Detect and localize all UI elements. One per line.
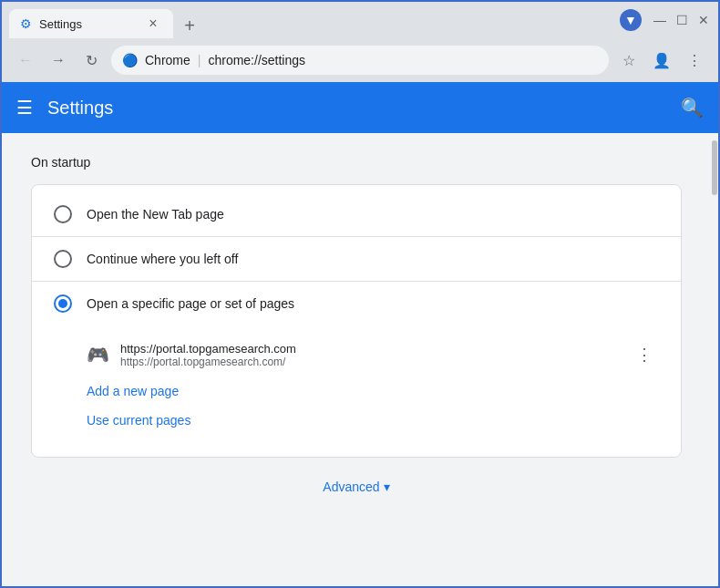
use-current-pages-button[interactable]: Use current pages xyxy=(87,406,190,435)
url-bar[interactable]: 🔵 Chrome | chrome://settings xyxy=(111,46,609,75)
address-bar: ← → ↻ 🔵 Chrome | chrome://settings ☆ 👤 ⋮ xyxy=(2,38,718,82)
option-continue-label: Continue where you left off xyxy=(87,252,238,266)
section-title: On startup xyxy=(31,155,682,170)
active-tab[interactable]: ⚙ Settings × xyxy=(9,9,173,38)
option-new-tab-label: Open the New Tab page xyxy=(87,207,224,222)
browser-window: ⚙ Settings × + ▼ — ☐ ✕ ← → ↻ 🔵 Chrome | … xyxy=(0,0,720,588)
option-specific-page[interactable]: Open a specific page or set of pages xyxy=(32,282,681,325)
close-button[interactable]: ✕ xyxy=(696,13,711,27)
site-name: Chrome xyxy=(145,53,190,67)
advanced-label: Advanced xyxy=(323,480,379,494)
add-new-page-button[interactable]: Add a new page xyxy=(87,377,179,406)
option-continue[interactable]: Continue where you left off xyxy=(32,237,681,281)
page-menu-button[interactable]: ⋮ xyxy=(630,340,659,369)
sub-items: 🎮 https://portal.topgamesearch.com https… xyxy=(32,325,681,449)
content-area: PC On startup Open the New Tab page Cont… xyxy=(2,133,711,586)
minimize-button[interactable]: — xyxy=(653,13,667,27)
search-icon[interactable]: 🔍 xyxy=(681,97,704,119)
option-new-tab[interactable]: Open the New Tab page xyxy=(32,192,681,236)
url-divider: | xyxy=(198,53,201,67)
tab-bar: ⚙ Settings × + xyxy=(9,2,620,38)
refresh-button[interactable]: ↻ xyxy=(78,47,104,73)
advanced-arrow-icon: ▾ xyxy=(384,480,390,494)
page-entry: 🎮 https://portal.topgamesearch.com https… xyxy=(87,333,659,377)
radio-continue[interactable] xyxy=(54,250,72,268)
menu-icon[interactable]: ☰ xyxy=(16,97,33,119)
more-options-button[interactable]: ⋮ xyxy=(682,47,707,73)
scrollbar[interactable] xyxy=(711,133,718,586)
radio-inner-dot xyxy=(58,299,67,308)
settings-header: ☰ Settings 🔍 xyxy=(2,82,718,133)
settings-header-title: Settings xyxy=(47,98,681,119)
startup-options-card: Open the New Tab page Continue where you… xyxy=(31,184,682,458)
tab-title: Settings xyxy=(39,17,137,31)
url-text: chrome://settings xyxy=(208,53,305,67)
new-tab-button[interactable]: + xyxy=(177,13,202,38)
title-bar: ⚙ Settings × + ▼ — ☐ ✕ xyxy=(2,2,718,38)
window-controls: — ☐ ✕ xyxy=(653,13,711,27)
gamepad-icon: 🎮 xyxy=(87,344,109,366)
page-url-sub: https://portal.topgamesearch.com/ xyxy=(120,356,619,368)
scrollbar-thumb[interactable] xyxy=(712,140,717,195)
site-favicon-icon: 🔵 xyxy=(122,53,138,67)
radio-specific-page[interactable] xyxy=(54,294,72,313)
profile-dropdown-button[interactable]: ▼ xyxy=(620,9,642,31)
page-info: https://portal.topgamesearch.com https:/… xyxy=(120,342,619,368)
page-url-main: https://portal.topgamesearch.com xyxy=(120,342,619,356)
option-specific-page-label: Open a specific page or set of pages xyxy=(87,296,294,311)
forward-button[interactable]: → xyxy=(46,47,71,73)
tab-favicon-icon: ⚙ xyxy=(20,16,32,31)
tab-close-button[interactable]: × xyxy=(144,15,162,33)
profile-button[interactable]: 👤 xyxy=(649,47,674,73)
advanced-section: Advanced ▾ xyxy=(31,458,682,516)
radio-new-tab[interactable] xyxy=(54,205,72,223)
back-button[interactable]: ← xyxy=(13,47,38,73)
bookmark-button[interactable]: ☆ xyxy=(616,47,642,73)
settings-content: PC On startup Open the New Tab page Cont… xyxy=(2,133,718,586)
advanced-button[interactable]: Advanced ▾ xyxy=(308,472,404,501)
maximize-button[interactable]: ☐ xyxy=(674,13,689,27)
